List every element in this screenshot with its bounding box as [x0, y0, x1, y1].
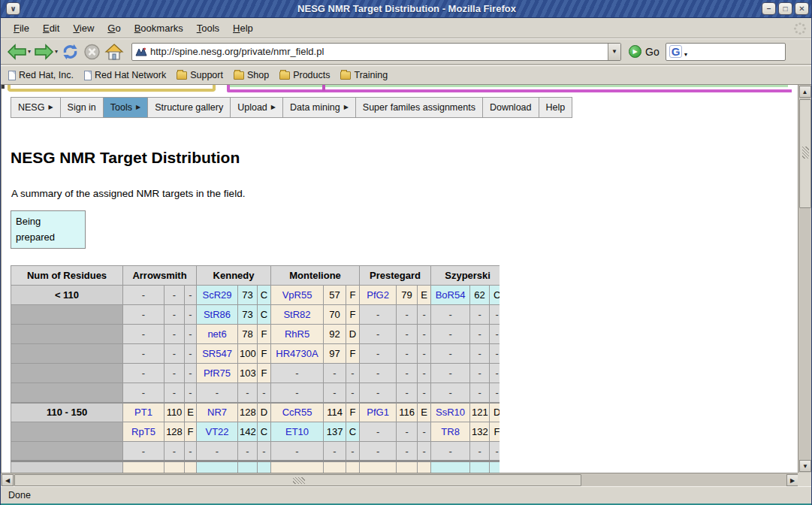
empty-cell: -: [397, 442, 418, 461]
url-dropdown-button[interactable]: ▼: [608, 44, 620, 60]
site-nav-download[interactable]: Download: [483, 98, 539, 117]
target-link[interactable]: HR4730A: [276, 348, 318, 359]
partial-cell: [123, 461, 165, 473]
target-link[interactable]: PT1: [134, 407, 152, 418]
go-button[interactable]: ▶ Go: [629, 45, 660, 58]
menu-tools[interactable]: Tools: [190, 20, 226, 37]
target-link[interactable]: SR547: [202, 348, 232, 359]
back-dropdown-caret[interactable]: ▾: [28, 48, 31, 55]
empty-cell: -: [418, 383, 431, 403]
bookmark-red-hat-inc-[interactable]: Red Hat, Inc.: [8, 70, 74, 80]
bookmarks-toolbar: Red Hat, Inc.Red Hat NetworkSupportShopP…: [1, 65, 812, 85]
search-input[interactable]: [688, 46, 812, 57]
empty-cell: -: [165, 325, 185, 344]
empty-cell: -: [258, 442, 271, 461]
title-bar[interactable]: ∨ NESG NMR Target Distribution - Mozilla…: [1, 0, 812, 18]
nav-label: Structure gallery: [155, 98, 223, 117]
window-menu-button[interactable]: ∨: [6, 2, 20, 15]
section-continuation-cell: [11, 325, 123, 344]
target-name-cell: NR7: [197, 403, 238, 422]
bookmark-shop[interactable]: Shop: [234, 70, 269, 80]
target-link[interactable]: RhR5: [285, 328, 309, 340]
reload-icon: [61, 43, 80, 61]
url-bar[interactable]: ▼: [131, 43, 621, 61]
empty-cell: -: [185, 305, 197, 325]
bookmark-training[interactable]: Training: [340, 70, 388, 80]
site-nav-structure-gallery[interactable]: Structure gallery: [148, 98, 231, 117]
back-button[interactable]: ▾: [7, 44, 31, 60]
target-link[interactable]: RpT5: [131, 426, 155, 437]
target-link[interactable]: VpR55: [282, 289, 312, 301]
folder-icon: [234, 71, 244, 80]
target-link[interactable]: StR82: [283, 309, 310, 320]
close-button[interactable]: ✕: [795, 2, 809, 15]
empty-cell: -: [360, 383, 397, 403]
empty-cell: -: [238, 442, 258, 461]
site-nav-help[interactable]: Help: [539, 98, 572, 117]
bookmark-support[interactable]: Support: [177, 70, 223, 80]
site-nav-nesg[interactable]: NESG▶: [11, 98, 61, 117]
site-nav-tools[interactable]: Tools▶: [104, 98, 148, 117]
search-bar[interactable]: G ▼: [666, 43, 786, 61]
horizontal-scroll-thumb[interactable]: [14, 474, 581, 486]
target-link[interactable]: NR7: [207, 407, 227, 418]
scroll-left-button[interactable]: ◀: [2, 474, 14, 486]
target-link[interactable]: StR86: [204, 309, 231, 320]
empty-cell: -: [197, 383, 238, 403]
empty-cell: -: [418, 364, 431, 383]
target-link[interactable]: SsR10: [436, 407, 465, 418]
empty-cell: -: [185, 383, 197, 403]
maximize-button[interactable]: □: [778, 2, 792, 15]
target-link[interactable]: ET10: [285, 426, 309, 437]
bookmark-red-hat-network[interactable]: Red Hat Network: [84, 70, 166, 80]
search-engine-caret[interactable]: ▼: [683, 52, 688, 57]
target-link[interactable]: ScR29: [203, 289, 232, 301]
target-link[interactable]: VT22: [205, 426, 228, 437]
home-button[interactable]: [104, 43, 124, 61]
target-grade-cell: C: [258, 286, 271, 305]
empty-cell: -: [490, 305, 500, 325]
google-search-icon[interactable]: G: [669, 45, 683, 58]
target-link[interactable]: PfR75: [204, 367, 231, 379]
site-nav-sign-in[interactable]: Sign in: [61, 98, 104, 117]
scroll-up-button[interactable]: ▲: [799, 86, 811, 98]
folder-icon: [340, 71, 351, 80]
folder-icon: [279, 71, 290, 80]
site-nav-super-familes-assignments[interactable]: Super familes assignments: [356, 98, 483, 117]
forward-dropdown-caret[interactable]: ▾: [55, 48, 58, 55]
target-distribution-table: Num of ResiduesArrowsmithKennedyMontelio…: [11, 265, 500, 473]
scroll-down-button[interactable]: ▼: [799, 460, 811, 472]
scroll-right-button[interactable]: ▶: [786, 474, 798, 486]
table-header-szyperski: Szyperski: [431, 266, 500, 286]
target-link[interactable]: CcR55: [282, 407, 312, 418]
menu-edit[interactable]: Edit: [36, 20, 66, 37]
url-input[interactable]: [150, 46, 608, 57]
target-name-cell: HR4730A: [271, 344, 324, 364]
menu-bookmarks[interactable]: Bookmarks: [128, 20, 190, 37]
vertical-scroll-thumb[interactable]: [799, 99, 811, 208]
bookmark-products[interactable]: Products: [279, 70, 330, 80]
minimize-button[interactable]: –: [762, 2, 776, 15]
target-residues-cell: 128: [165, 422, 185, 442]
empty-cell: -: [165, 286, 185, 305]
vertical-scrollbar[interactable]: ▲ ▼: [798, 85, 811, 473]
empty-cell: -: [165, 442, 185, 461]
horizontal-scrollbar[interactable]: ◀ ▶: [1, 473, 799, 486]
table-row: < 110---ScR2973CVpR5557FPfG279EBoR5462C: [11, 286, 500, 305]
menu-file[interactable]: File: [7, 20, 36, 37]
reload-button[interactable]: [61, 43, 80, 61]
menu-go[interactable]: Go: [101, 20, 127, 37]
site-nav-data-mining[interactable]: Data mining▶: [283, 98, 356, 117]
target-link[interactable]: net6: [207, 328, 226, 340]
menu-view[interactable]: View: [66, 20, 101, 37]
table-row: ---PfR75103F---------: [11, 364, 500, 383]
forward-button[interactable]: ▾: [34, 44, 58, 60]
target-link[interactable]: PfG2: [367, 289, 389, 301]
table-header-arrowsmith: Arrowsmith: [123, 266, 197, 286]
menu-help[interactable]: Help: [226, 20, 260, 37]
target-link[interactable]: PfG1: [367, 407, 389, 418]
target-link[interactable]: TR8: [441, 426, 460, 437]
site-nav-upload[interactable]: Upload▶: [231, 98, 283, 117]
target-link[interactable]: BoR54: [436, 289, 466, 301]
nav-label: Upload: [237, 98, 267, 117]
